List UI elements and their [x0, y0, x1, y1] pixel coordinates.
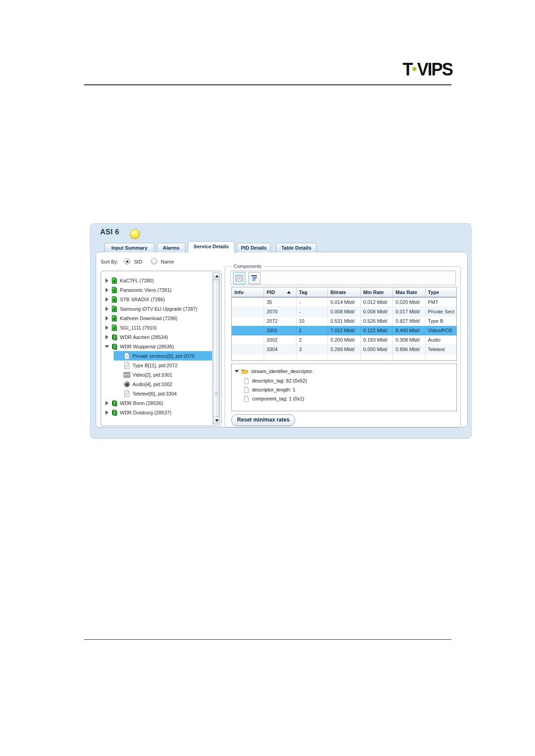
- collapse-arrow-icon[interactable]: [234, 369, 240, 374]
- expand-arrow-icon[interactable]: [105, 401, 111, 405]
- service-icon: [111, 400, 118, 407]
- tree-item-component[interactable]: Teletext[6], pid:3304: [114, 389, 212, 398]
- tree-item-service[interactable]: Samsung iDTV EU Upgrade (7287): [102, 304, 212, 313]
- components-table: Info PID Tag Bitrate Min Rate Max Rate T…: [232, 287, 456, 360]
- tree-item-service[interactable]: WDR Bonn (28536): [102, 398, 212, 408]
- service-icon: [111, 334, 118, 341]
- page-icon: [243, 396, 249, 402]
- tvips-logo: TVIPS: [387, 60, 452, 79]
- sort-by-label: Sort By:: [101, 259, 118, 264]
- audio-icon: [124, 381, 130, 388]
- descriptor-panel: stream_identifier_descriptor: descriptor…: [231, 364, 457, 411]
- expand-arrow-icon[interactable]: [105, 410, 111, 415]
- table-row[interactable]: 2070-0.008 Mbit/0.008 Mbit/0.017 Mbit/Pr…: [232, 307, 456, 316]
- column-header-max-rate[interactable]: Max Rate: [393, 287, 425, 297]
- scroll-up-button[interactable]: [213, 273, 220, 280]
- sort-sid-radio[interactable]: [124, 258, 130, 264]
- tree-item-service[interactable]: WDR Wuppertal (28535): [102, 342, 212, 351]
- sort-by-group: Sort By: SID Name: [101, 258, 181, 265]
- tab-alarms[interactable]: Alarms: [157, 243, 186, 252]
- list-view-icon: [235, 275, 243, 281]
- expand-arrow-icon[interactable]: [105, 335, 111, 339]
- sort-name-label[interactable]: Name: [161, 259, 174, 264]
- column-header-info[interactable]: Info: [232, 287, 264, 297]
- service-icon: [111, 409, 118, 416]
- column-header-tag[interactable]: Tag: [296, 287, 327, 297]
- tree-item-component[interactable]: Audio[4], pid:3302: [114, 379, 212, 389]
- descriptor-field[interactable]: descriptor_tag: 82 (0x52): [243, 377, 307, 384]
- scrambled-service-icon: [111, 305, 118, 312]
- page-icon: [243, 378, 249, 384]
- tab-bar: Input SummaryAlarmsService DetailsPID De…: [104, 240, 319, 252]
- table-header-row: Info PID Tag Bitrate Min Rate Max Rate T…: [232, 287, 456, 297]
- components-legend: Components: [231, 264, 264, 269]
- tree-item-service[interactable]: KaCTFL (7280): [102, 276, 212, 285]
- sort-name-radio[interactable]: [151, 258, 157, 264]
- table-row[interactable]: 330430.299 Mbit/0.000 Mbit/0.896 Mbit/Te…: [232, 345, 456, 354]
- tree-item-service[interactable]: STB SRADIX (7286): [102, 294, 212, 304]
- components-group: Components Info PID Tag Bitrate: [225, 266, 461, 428]
- arrow-up-icon: [215, 275, 219, 277]
- video-icon: [124, 371, 130, 378]
- tree-item-service[interactable]: WDR Aachen (28534): [102, 332, 212, 342]
- logo-dot-icon: [412, 67, 416, 71]
- column-header-min-rate[interactable]: Min Rate: [360, 287, 393, 297]
- status-lamp-icon: [130, 229, 140, 239]
- expand-arrow-icon[interactable]: [105, 307, 111, 311]
- table-row[interactable]: 35-0.014 Mbit/0.012 Mbit/0.020 Mbit/PMT: [232, 297, 456, 307]
- tree-item-service[interactable]: Panasonic Viera (7281): [102, 285, 212, 294]
- header-rule: [84, 84, 451, 85]
- expand-arrow-icon[interactable]: [105, 278, 111, 283]
- tree-view-icon: [251, 275, 258, 281]
- components-toolbar: [230, 271, 456, 285]
- tree-item-component[interactable]: Private sections[5], pid:2070: [114, 351, 212, 360]
- expand-arrow-icon[interactable]: [105, 288, 111, 292]
- footer-rule: [84, 639, 451, 640]
- scroll-down-button[interactable]: [213, 417, 220, 424]
- table-filler-row: [232, 354, 456, 361]
- components-table-container: Info PID Tag Bitrate Min Rate Max Rate T…: [231, 287, 457, 361]
- panel-title: ASI 6: [100, 228, 119, 236]
- column-header-bitrate[interactable]: Bitrate: [327, 287, 360, 297]
- descriptor-root[interactable]: stream_identifier_descriptor:: [234, 368, 314, 375]
- expand-arrow-icon[interactable]: [105, 325, 111, 330]
- expand-arrow-icon[interactable]: [105, 316, 111, 321]
- sections-icon: [124, 352, 130, 360]
- scrollbar-thumb[interactable]: [213, 280, 220, 417]
- tree-item-service[interactable]: Kathrein Download (7299): [102, 313, 212, 323]
- service-tree: KaCTFL (7280) Panasonic Viera (7281) STB…: [101, 271, 221, 426]
- tab-pid-details[interactable]: PID Details: [237, 243, 271, 252]
- tree-item-component[interactable]: Type B[11], pid:2072: [114, 360, 212, 370]
- table-row-selected[interactable]: 330117.012 Mbit/0.122 Mbit/8.400 Mbit/Vi…: [232, 326, 456, 335]
- service-details-pane: Sort By: SID Name KaCTFL (7280) Panasoni…: [96, 252, 468, 427]
- sections-icon: [124, 390, 130, 397]
- tab-service-details[interactable]: Service Details: [188, 241, 234, 252]
- tree-scrollbar[interactable]: [212, 272, 220, 425]
- tab-input-summary[interactable]: Input Summary: [104, 243, 155, 252]
- scrambled-service-icon: [111, 315, 118, 322]
- tree-item-service[interactable]: WDR Duisburg (28537): [102, 408, 212, 417]
- column-header-pid[interactable]: PID: [264, 287, 296, 297]
- tab-table-details[interactable]: Table Details: [276, 243, 317, 252]
- sort-ascending-icon: [287, 291, 291, 294]
- table-row[interactable]: 2072100.531 Mbit/0.526 Mbit/0.827 Mbit/T…: [232, 316, 456, 326]
- scrambled-service-icon: [111, 286, 118, 294]
- table-row[interactable]: 330220.200 Mbit/0.193 Mbit/0.308 Mbit/Au…: [232, 335, 456, 345]
- tree-item-service[interactable]: SGI_1111 (7910): [102, 323, 212, 332]
- logo-text-t: T: [402, 59, 412, 79]
- tree-view-button[interactable]: [248, 272, 261, 284]
- scrambled-service-icon: [111, 296, 118, 303]
- asi-input-panel: ASI 6 Input SummaryAlarmsService Details…: [90, 223, 472, 439]
- descriptor-field[interactable]: descriptor_length: 1: [243, 386, 296, 393]
- column-header-type[interactable]: Type: [425, 287, 456, 297]
- sections-icon: [124, 362, 130, 369]
- expand-arrow-icon[interactable]: [105, 297, 111, 302]
- sort-sid-label[interactable]: SID: [134, 259, 142, 264]
- list-view-button[interactable]: [233, 272, 245, 284]
- reset-min-max-rates-button[interactable]: Reset min/max rates: [231, 414, 295, 426]
- logo-text-vips: VIPS: [417, 59, 452, 79]
- collapse-arrow-icon[interactable]: [105, 344, 111, 349]
- arrow-down-icon: [215, 419, 219, 422]
- tree-item-component[interactable]: Video[2], pid:3301: [114, 370, 212, 379]
- descriptor-field[interactable]: component_tag: 1 (0x1): [243, 395, 304, 402]
